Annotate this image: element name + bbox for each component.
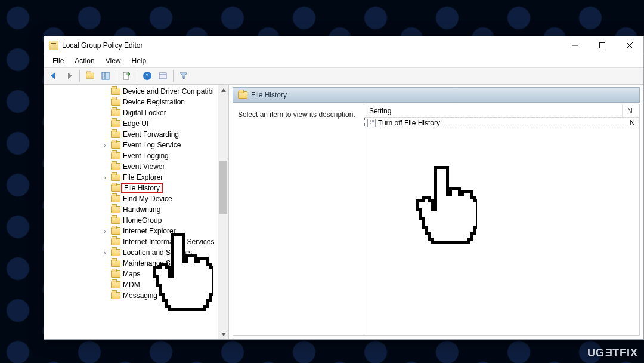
tree-node[interactable]: Device and Driver Compatibi ˄ [44, 86, 228, 97]
policy-item-icon [367, 119, 376, 127]
folder-icon [111, 174, 120, 181]
tree-node[interactable]: Edge UI [44, 118, 228, 129]
list-header[interactable]: Setting N [364, 104, 639, 118]
expand-arrow-icon[interactable]: › [101, 174, 109, 181]
folder-icon [111, 238, 120, 245]
folder-icon [111, 281, 120, 288]
folder-icon [111, 99, 120, 106]
folder-icon [111, 109, 120, 116]
tree-node-label: Find My Device [123, 195, 172, 203]
tree-node-label: HomeGroup [123, 216, 162, 224]
menu-bar: File Action View Help [44, 54, 643, 67]
svg-rect-0 [600, 42, 605, 48]
folder-icon [111, 249, 120, 256]
folder-icon [111, 195, 120, 202]
svg-rect-6 [159, 73, 166, 79]
properties-button[interactable] [156, 69, 170, 83]
tree-node-label: File History [121, 183, 163, 193]
expand-arrow-icon[interactable]: › [101, 250, 109, 256]
scroll-down-button[interactable] [218, 329, 228, 339]
svg-text:?: ? [146, 72, 149, 79]
tree-node[interactable]: Digital Locker [44, 107, 228, 118]
toolbar: ? [44, 67, 643, 84]
cursor-hand-icon [411, 164, 477, 248]
export-list-button[interactable] [119, 69, 134, 83]
tree-node[interactable]: Event Viewer [44, 161, 228, 172]
expand-arrow-icon[interactable]: › [101, 228, 109, 235]
window-title: Local Group Policy Editor [62, 41, 143, 50]
settings-list: Setting N Turn off File HistoryN [364, 104, 639, 335]
folder-icon [111, 206, 120, 213]
cursor-hand-icon [148, 232, 213, 315]
tree-node[interactable]: Device Registration [44, 97, 228, 107]
tree-node-label: MDM [123, 281, 140, 289]
filter-button[interactable] [177, 69, 191, 83]
menu-view[interactable]: View [101, 56, 126, 66]
folder-icon [111, 227, 120, 235]
scroll-track[interactable] [218, 95, 228, 329]
tree-node-label: File Explorer [123, 173, 163, 182]
minimize-button[interactable] [561, 36, 589, 54]
tree-node[interactable]: Handwriting [44, 204, 228, 215]
tree-node[interactable]: Event Forwarding [44, 129, 228, 140]
setting-row[interactable]: Turn off File HistoryN [364, 118, 639, 128]
description-text: Select an item to view its description. [238, 110, 355, 119]
close-button[interactable] [616, 36, 643, 54]
gpedit-window: Local Group Policy Editor File Action Vi… [44, 36, 644, 340]
help-button[interactable]: ? [140, 69, 154, 83]
folder-icon [238, 91, 247, 99]
tree-node-label: Device Registration [123, 98, 185, 106]
folder-icon [111, 184, 120, 192]
svg-rect-3 [123, 72, 129, 79]
titlebar[interactable]: Local Group Policy Editor [44, 36, 643, 54]
window-body: Device and Driver Compatibi ˄Device Regi… [44, 84, 643, 339]
tree-scrollbar[interactable] [218, 85, 228, 339]
tree-node[interactable]: File History [44, 183, 228, 193]
tree-node-label: Event Viewer [123, 162, 165, 171]
tree-node-label: Maps [123, 270, 140, 278]
folder-icon [111, 292, 120, 299]
tree-node-label: Event Forwarding [123, 130, 179, 139]
tree-node[interactable]: Find My Device [44, 193, 228, 204]
tree-node[interactable]: ›Event Log Service [44, 140, 228, 150]
tree-node[interactable]: Event Logging [44, 150, 228, 161]
tree-node-label: Edge UI [123, 119, 148, 128]
forward-button[interactable] [62, 69, 76, 83]
column-setting[interactable]: Setting [364, 104, 623, 117]
toolbar-separator [137, 70, 137, 82]
folder-icon [111, 152, 120, 159]
maximize-button[interactable] [589, 36, 616, 54]
svg-rect-1 [102, 72, 109, 79]
menu-action[interactable]: Action [70, 56, 99, 66]
menu-help[interactable]: Help [127, 56, 151, 66]
toolbar-separator [173, 70, 174, 82]
show-hide-tree-button[interactable] [98, 69, 113, 83]
tree-node-label: Digital Locker [123, 109, 166, 117]
back-button[interactable] [47, 69, 61, 83]
tree-node-label: Event Logging [123, 152, 169, 160]
tree-node[interactable]: ›File Explorer [44, 172, 228, 183]
folder-icon [111, 217, 120, 224]
tree-node[interactable]: HomeGroup [44, 215, 228, 226]
folder-icon [111, 260, 120, 267]
folder-icon [111, 163, 120, 170]
description-column: Select an item to view its description. [233, 104, 364, 335]
expand-arrow-icon[interactable]: › [101, 142, 109, 149]
folder-icon [111, 88, 120, 95]
folder-icon [111, 141, 120, 149]
scroll-up-button[interactable] [218, 85, 228, 95]
watermark: UGETFIX [587, 347, 638, 359]
toolbar-separator [79, 70, 80, 82]
content-header: File History [233, 87, 640, 103]
scroll-thumb[interactable] [219, 161, 227, 214]
setting-state: N [630, 119, 639, 127]
folder-icon [111, 131, 120, 138]
app-icon [49, 41, 58, 50]
up-one-level-button[interactable] [83, 69, 97, 83]
column-state[interactable]: N [623, 104, 639, 117]
toolbar-separator [116, 70, 116, 82]
folder-icon [111, 270, 120, 278]
list-rows: Turn off File HistoryN [364, 118, 639, 335]
menu-file[interactable]: File [48, 56, 69, 66]
tree-node-label: Event Log Service [123, 141, 181, 149]
